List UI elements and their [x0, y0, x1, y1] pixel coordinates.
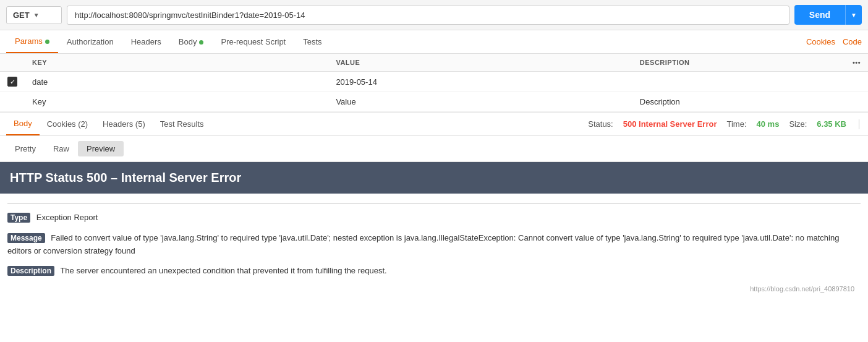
resp-tab-headers[interactable]: Headers (5) [95, 113, 153, 135]
params-table: KEY VALUE DESCRIPTION ••• ✓ date 2019-05… [0, 54, 868, 112]
url-bar: GET ▼ Send ▼ [0, 0, 868, 30]
col-header-value: VALUE [328, 54, 632, 72]
type-value: Exception Report [36, 213, 98, 222]
message-value: Failed to convert value of type 'java.la… [7, 233, 839, 255]
tab-authorization[interactable]: Authorization [58, 31, 122, 53]
method-select[interactable]: GET ▼ [6, 6, 62, 24]
response-section: Body Cookies (2) Headers (5) Test Result… [0, 112, 868, 305]
preview-tab-pretty[interactable]: Pretty [6, 141, 45, 156]
col-header-key: KEY [25, 54, 328, 72]
preview-tabs: Pretty Raw Preview [0, 136, 868, 162]
tab-pre-request-script[interactable]: Pre-request Script [212, 31, 294, 53]
error-message-block: Message Failed to convert value of type … [7, 232, 861, 258]
blog-link: https://blog.csdn.net/pri_40897810 [7, 285, 861, 293]
param-description-placeholder[interactable]: Description [632, 92, 845, 112]
http-error-title: HTTP Status 500 – Internal Server Error [0, 162, 868, 194]
params-badge [45, 40, 49, 44]
error-type-block: Type Exception Report [7, 212, 861, 224]
error-divider [7, 203, 861, 204]
table-row-empty: Key Value Description [0, 92, 868, 112]
send-button-group: Send ▼ [794, 5, 862, 25]
param-key-placeholder[interactable]: Key [25, 92, 328, 112]
method-label: GET [13, 11, 30, 20]
message-label: Message [7, 233, 45, 243]
response-tabs: Body Cookies (2) Headers (5) Test Result… [0, 113, 868, 136]
resp-tab-body[interactable]: Body [6, 113, 40, 135]
method-dropdown-arrow: ▼ [33, 12, 40, 19]
param-more-date [845, 72, 868, 92]
time-value: 40 ms [757, 119, 780, 129]
description-label: Description [7, 266, 54, 276]
code-link[interactable]: Code [843, 37, 862, 46]
param-value-date: 2019-05-14 [328, 72, 632, 92]
preview-tab-preview[interactable]: Preview [78, 141, 124, 156]
time-label: Time: [726, 119, 746, 129]
send-button[interactable]: Send [794, 5, 845, 25]
right-links: Cookies Code [806, 37, 862, 46]
request-tabs: Params Authorization Headers Body Pre-re… [0, 30, 868, 54]
body-badge [199, 40, 203, 45]
type-label: Type [7, 213, 30, 223]
param-description-date [632, 72, 845, 92]
tab-tests[interactable]: Tests [294, 31, 330, 53]
preview-tab-raw[interactable]: Raw [45, 141, 78, 156]
tab-body[interactable]: Body [170, 31, 213, 53]
param-key-date: date [25, 72, 328, 92]
table-row: ✓ date 2019-05-14 [0, 72, 868, 92]
tab-params[interactable]: Params [6, 30, 58, 53]
checkbox-checked[interactable]: ✓ [7, 77, 17, 87]
resp-tab-cookies[interactable]: Cookies (2) [40, 113, 95, 135]
description-value: The server encountered an unexpected con… [60, 266, 386, 275]
status-label: Status: [588, 119, 613, 129]
col-header-description: DESCRIPTION [632, 54, 845, 72]
param-more-placeholder [845, 92, 868, 112]
col-header-more: ••• [845, 54, 868, 72]
size-value: 6.35 KB [817, 119, 846, 129]
cookies-link[interactable]: Cookies [806, 37, 835, 46]
divider [859, 119, 859, 129]
param-value-placeholder[interactable]: Value [328, 92, 632, 112]
error-description-block: Description The server encountered an un… [7, 265, 861, 278]
col-header-check [0, 54, 25, 72]
resp-tab-test-results[interactable]: Test Results [153, 113, 211, 135]
tab-headers[interactable]: Headers [122, 31, 170, 53]
send-dropdown-button[interactable]: ▼ [845, 5, 862, 25]
status-value: 500 Internal Server Error [623, 119, 717, 129]
size-label: Size: [789, 119, 807, 129]
http-error-container: HTTP Status 500 – Internal Server Error … [0, 162, 868, 305]
url-input[interactable] [67, 6, 789, 25]
status-info: Status: 500 Internal Server Error Time: … [588, 119, 862, 129]
